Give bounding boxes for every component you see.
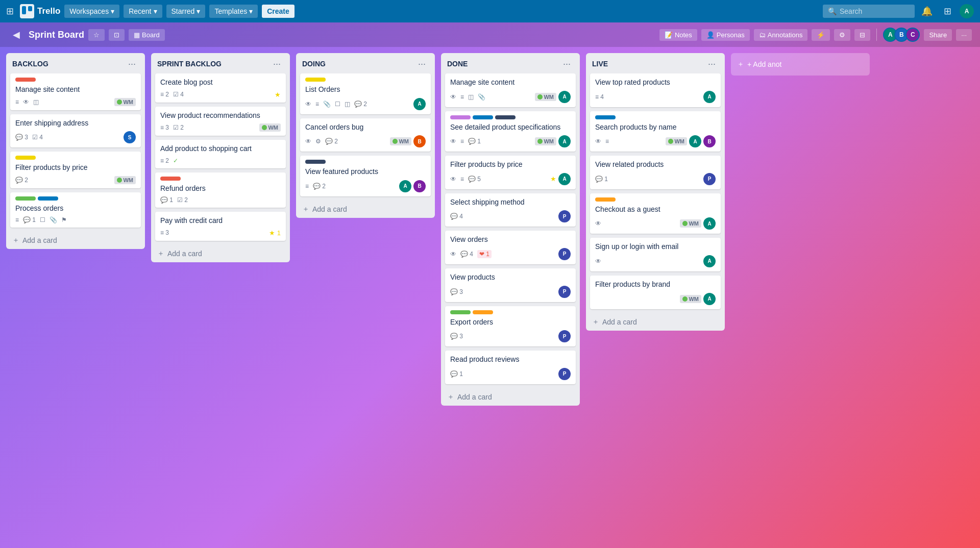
card-labels bbox=[305, 160, 426, 164]
card-filter-brand[interactable]: Filter products by brand WM A bbox=[590, 276, 721, 309]
star-board-btn[interactable]: ☆ bbox=[88, 29, 105, 41]
card-credit-card[interactable]: Pay with credit card ≡ 3 ★ 1 bbox=[155, 212, 286, 241]
card-view-orders[interactable]: View orders 👁 💬 4 ❤ 1 P bbox=[445, 231, 576, 264]
card-avatar: P bbox=[558, 368, 571, 380]
card-avatar: A bbox=[558, 173, 571, 185]
meta-attach: 📎 bbox=[50, 216, 57, 223]
meta-eye: 👁 bbox=[595, 138, 601, 145]
card-footer: ≡ 3 ☑ 2 WM bbox=[160, 123, 281, 132]
card-footer: ≡ 👁 ◫ WM bbox=[15, 98, 136, 106]
meta-eq: ≡ 2 bbox=[160, 91, 169, 98]
wm-badge: WM bbox=[680, 295, 701, 303]
card-meta: 💬 3 ☑ 4 bbox=[15, 134, 43, 141]
power-btn[interactable]: ⚡ bbox=[812, 29, 830, 41]
automation-btn[interactable]: ⚙ bbox=[834, 29, 850, 41]
grid-icon[interactable]: ⊞ bbox=[6, 6, 14, 17]
card-shipping-address[interactable]: Enter shipping address 💬 3 ☑ 4 S bbox=[10, 114, 141, 148]
add-card-doing[interactable]: ＋ Add a card bbox=[296, 201, 435, 218]
card-avatar: P bbox=[558, 330, 571, 342]
wm-badge: WM bbox=[666, 137, 687, 145]
search-input[interactable] bbox=[840, 7, 911, 15]
personas-btn[interactable]: 👤 Personas bbox=[701, 29, 750, 41]
card-shipping-method[interactable]: Select shipping method 💬 4 P bbox=[445, 193, 576, 227]
meta-eye: 👁 bbox=[23, 98, 29, 106]
card-export-orders[interactable]: Export orders 💬 3 P bbox=[445, 306, 576, 347]
notifications-btn[interactable]: 🔔 bbox=[919, 3, 935, 19]
meta-checklist: ≡ bbox=[15, 98, 19, 106]
add-card-backlog[interactable]: ＋ Add a card bbox=[6, 232, 145, 249]
user-avatar[interactable]: A bbox=[960, 4, 974, 18]
column-menu-live[interactable]: ··· bbox=[705, 58, 719, 69]
column-menu-doing[interactable]: ··· bbox=[415, 58, 429, 69]
card-cancel-orders[interactable]: Cancel orders bug 👁 ⚙ 💬 2 WM B bbox=[300, 118, 431, 152]
starred-btn[interactable]: Starred ▾ bbox=[166, 5, 206, 18]
card-avatars: ★ A bbox=[550, 173, 571, 185]
card-avatar: P bbox=[558, 248, 571, 260]
meta-paperclip: 📎 bbox=[478, 93, 485, 101]
card-manage-site[interactable]: Manage site content ≡ 👁 ◫ WM bbox=[10, 73, 141, 110]
create-btn[interactable]: Create bbox=[262, 5, 295, 18]
board-view-btn[interactable]: ▦ Board bbox=[129, 29, 165, 41]
card-product-specs[interactable]: See detailed product specifications 👁 ≡ … bbox=[445, 111, 576, 152]
label-orange bbox=[473, 310, 493, 314]
label-orange bbox=[595, 197, 616, 202]
card-avatar-2: B bbox=[703, 135, 716, 147]
recent-btn[interactable]: Recent ▾ bbox=[124, 5, 162, 18]
card-product-rec[interactable]: View product recommendations ≡ 3 ☑ 2 WM bbox=[155, 107, 286, 136]
filter-btn[interactable]: ⊟ bbox=[854, 29, 870, 41]
card-title: Checkout as a guest bbox=[595, 205, 716, 215]
card-filter-price[interactable]: Filter products by price 💬 2 WM bbox=[10, 152, 141, 188]
card-process-orders[interactable]: Process orders ≡ 💬 1 ☐ 📎 ⚑ bbox=[10, 192, 141, 228]
add-column-btn[interactable]: ＋ + Add anot bbox=[731, 53, 870, 76]
card-labels bbox=[595, 115, 716, 119]
card-avatars: WM bbox=[259, 123, 281, 132]
add-card-live[interactable]: ＋ Add a card bbox=[586, 313, 725, 331]
card-avatars: ★ bbox=[275, 91, 281, 98]
add-card-sprint[interactable]: ＋ Add a card bbox=[151, 245, 290, 262]
top-nav: ⊞ Trello Workspaces ▾ Recent ▾ Starred ▾… bbox=[0, 0, 980, 22]
label-red bbox=[15, 78, 36, 82]
card-avatars: P bbox=[558, 286, 571, 298]
card-done-filter-price[interactable]: Filter products by price 👁 ≡ 💬 5 ★ A bbox=[445, 156, 576, 189]
workspace-btn[interactable]: ⊡ bbox=[109, 29, 125, 41]
meta-eye: 👁 bbox=[450, 251, 456, 258]
column-menu-backlog[interactable]: ··· bbox=[125, 58, 139, 69]
workspaces-btn[interactable]: Workspaces ▾ bbox=[64, 5, 119, 18]
share-btn[interactable]: Share bbox=[924, 29, 952, 41]
card-view-products[interactable]: View products 💬 3 P bbox=[445, 268, 576, 302]
column-title-sprint: SPRINT BACKLOG bbox=[157, 60, 222, 68]
notes-btn[interactable]: 📝 Notes bbox=[659, 29, 697, 41]
card-list-orders[interactable]: List Orders 👁 ≡ 📎 ☐ ◫ 💬 2 A bbox=[300, 73, 431, 114]
column-menu-done[interactable]: ··· bbox=[560, 58, 574, 69]
search-box[interactable]: 🔍 bbox=[823, 5, 915, 18]
meta-eye: 👁 bbox=[450, 93, 456, 101]
card-meta: ≡ 👁 ◫ bbox=[15, 98, 39, 106]
add-card-done[interactable]: ＋ Add a card bbox=[441, 388, 580, 406]
annotations-btn[interactable]: 🗂 Annotations bbox=[754, 29, 808, 41]
card-checkout-guest[interactable]: Checkout as a guest 👁 WM A bbox=[590, 193, 721, 234]
card-top-rated[interactable]: View top rated products ≡ 4 A bbox=[590, 73, 721, 107]
card-done-manage-site[interactable]: Manage site content 👁 ≡ ◫ 📎 WM A bbox=[445, 73, 576, 107]
meta-box: ☐ bbox=[40, 216, 45, 223]
card-title: Select shipping method bbox=[450, 197, 571, 208]
member-avatar-3[interactable]: C bbox=[905, 28, 920, 42]
trello-logo[interactable]: Trello bbox=[20, 4, 60, 18]
apps-btn[interactable]: ⊞ bbox=[939, 3, 955, 19]
card-product-reviews[interactable]: Read product reviews 💬 1 P bbox=[445, 351, 576, 384]
card-title: Filter products by brand bbox=[595, 280, 716, 290]
templates-btn[interactable]: Templates ▾ bbox=[209, 5, 258, 18]
card-add-to-cart[interactable]: Add product to shopping cart ≡ 2 ✓ bbox=[155, 140, 286, 168]
meta-eq: ≡ 3 bbox=[160, 229, 169, 236]
card-refund-orders[interactable]: Refund orders 💬 1 ☑ 2 bbox=[155, 172, 286, 208]
card-blog-post[interactable]: Create blog post ≡ 2 ☑ 4 ★ bbox=[155, 73, 286, 103]
card-title: View featured products bbox=[305, 167, 426, 177]
card-related-products[interactable]: View related products 💬 1 P bbox=[590, 156, 721, 189]
column-menu-sprint[interactable]: ··· bbox=[270, 58, 284, 69]
card-featured-products[interactable]: View featured products ≡ 💬 2 A B bbox=[300, 156, 431, 196]
plus-icon: ＋ bbox=[302, 205, 309, 214]
sidebar-toggle[interactable]: ◀ bbox=[8, 27, 24, 43]
card-signup-login[interactable]: Sign up or login with email 👁 A bbox=[590, 238, 721, 271]
card-title: View top rated products bbox=[595, 78, 716, 88]
card-search-products[interactable]: Search products by name 👁 ≡ WM A B bbox=[590, 111, 721, 152]
more-btn[interactable]: ··· bbox=[956, 29, 972, 41]
